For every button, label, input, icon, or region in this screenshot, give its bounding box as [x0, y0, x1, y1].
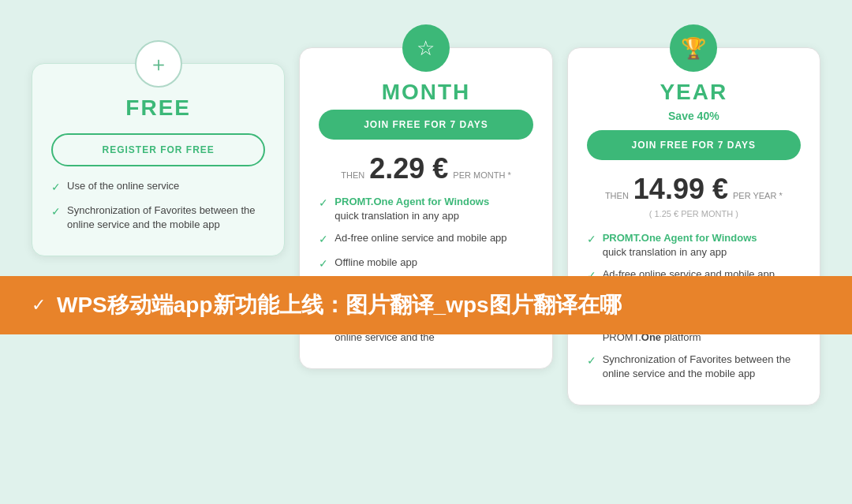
- list-item: ✓ Use of the online service: [51, 179, 265, 196]
- check-icon: ✓: [587, 353, 596, 369]
- banner-text: WPS移动端app新功能上线：图片翻译_wps图片翻译在哪: [57, 290, 622, 320]
- feature-text: Use of the online service: [67, 179, 179, 193]
- feature-text: Offline mobile app: [334, 256, 417, 270]
- list-item: ✓ Offline mobile app: [319, 256, 532, 272]
- plan-card-year: 🏆 YEAR Save 40% JOIN FREE FOR 7 DAYS THE…: [567, 47, 820, 405]
- month-join-button[interactable]: JOIN FREE FOR 7 DAYS: [319, 110, 532, 140]
- trophy-icon: 🏆: [681, 36, 706, 61]
- promt-agent-link-month[interactable]: PROMT.One Agent for Windows: [334, 196, 489, 207]
- month-then-label: THEN: [341, 170, 364, 180]
- year-save-badge: Save 40%: [587, 110, 801, 122]
- year-pricing-row: THEN 14.99 € PER YEAR *: [587, 173, 801, 206]
- year-plan-icon: 🏆: [670, 24, 717, 72]
- year-plan-title: YEAR: [587, 80, 801, 105]
- year-per-label: PER YEAR *: [733, 191, 783, 200]
- check-icon: ✓: [51, 180, 61, 196]
- check-icon: ✓: [319, 256, 328, 272]
- free-features-list: ✓ Use of the online service ✓ Synchroniz…: [51, 179, 265, 232]
- plan-card-free: ＋ FREE REGISTER FOR FREE ✓ Use of the on…: [32, 63, 285, 256]
- list-item: ✓ PROMT.One Agent for Windows quick tran…: [319, 195, 532, 223]
- promo-banner: ✓ WPS移动端app新功能上线：图片翻译_wps图片翻译在哪: [0, 276, 852, 334]
- month-price: 2.29 €: [369, 152, 448, 185]
- list-item: ✓ Synchronization of Favorites between t…: [587, 353, 801, 381]
- list-item: ✓ PROMT.One Agent for Windows quick tran…: [587, 231, 801, 259]
- free-plan-title: FREE: [51, 95, 265, 121]
- feature-text: Ad-free online service and mobile app: [334, 231, 506, 245]
- page-wrapper: ＋ FREE REGISTER FOR FREE ✓ Use of the on…: [0, 0, 852, 504]
- promt-agent-link-year[interactable]: PROMT.One Agent for Windows: [603, 232, 757, 244]
- plans-container: ＋ FREE REGISTER FOR FREE ✓ Use of the on…: [32, 47, 820, 405]
- month-per-label: PER MONTH *: [453, 170, 510, 180]
- feature-text: PROMT.One Agent for Windows quick transl…: [334, 195, 489, 223]
- feature-text: Synchronization of Favorites between the…: [603, 353, 801, 381]
- year-price-sub: ( 1.25 € PER MONTH ): [587, 209, 801, 218]
- star-icon: ☆: [417, 36, 435, 61]
- month-plan-icon: ☆: [402, 24, 450, 72]
- check-icon: ✓: [319, 196, 328, 211]
- plus-icon: ＋: [148, 50, 169, 78]
- feature-text: PROMT.One Agent for Windows quick transl…: [603, 231, 757, 259]
- year-price: 14.99 €: [633, 173, 728, 206]
- year-then-label: THEN: [605, 191, 629, 200]
- feature-text: Synchronization of Favorites between the…: [67, 203, 265, 232]
- month-pricing-row: THEN 2.29 € PER MONTH *: [319, 152, 532, 185]
- register-free-button[interactable]: REGISTER FOR FREE: [51, 133, 265, 166]
- month-plan-title: MONTH: [319, 80, 532, 105]
- check-icon: ✓: [587, 232, 596, 248]
- check-icon: ✓: [319, 232, 328, 248]
- check-icon: ✓: [51, 204, 61, 220]
- free-plan-icon: ＋: [135, 40, 182, 88]
- list-item: ✓ Ad-free online service and mobile app: [319, 231, 532, 248]
- list-item: ✓ Synchronization of Favorites between t…: [51, 203, 265, 232]
- banner-check-icon: ✓: [32, 295, 46, 315]
- year-join-button[interactable]: JOIN FREE FOR 7 DAYS: [587, 130, 801, 160]
